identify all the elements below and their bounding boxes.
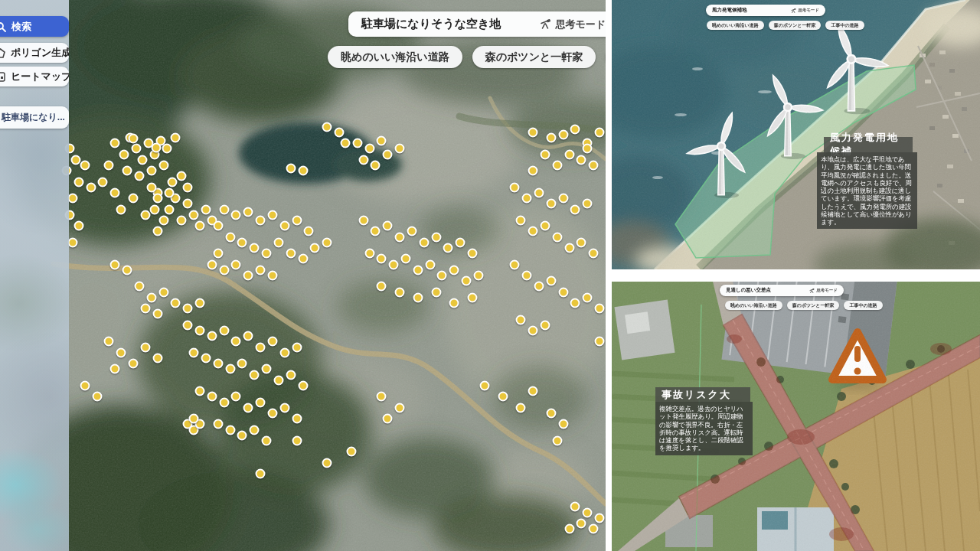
vacant-lot-marker[interactable] [207, 259, 217, 269]
vacant-lot-marker[interactable] [528, 227, 538, 236]
vacant-lot-marker[interactable] [70, 155, 80, 165]
vacant-lot-marker[interactable] [267, 337, 277, 347]
vacant-lot-marker[interactable] [304, 227, 314, 236]
vacant-lot-marker[interactable] [201, 354, 211, 364]
vacant-lot-marker[interactable] [74, 177, 83, 187]
vacant-lot-marker[interactable] [98, 177, 108, 187]
map-search-bar[interactable]: 駐車場になりそうな空き地 思考モード [348, 11, 606, 37]
vacant-lot-marker[interactable] [237, 359, 247, 369]
vacant-lot-marker[interactable] [298, 166, 308, 176]
search-input[interactable]: 駐車場になりそうな空き地 [361, 17, 540, 31]
chip-lone-house[interactable]: 森のポツンと一軒家 [769, 21, 822, 30]
vacant-lot-marker[interactable] [522, 194, 532, 204]
vacant-lot-marker[interactable] [546, 133, 556, 143]
vacant-lot-marker[interactable] [219, 265, 229, 275]
vacant-lot-marker[interactable] [595, 513, 605, 523]
vacant-lot-marker[interactable] [64, 210, 74, 220]
vacant-lot-marker[interactable] [225, 364, 235, 374]
vacant-lot-marker[interactable] [177, 171, 187, 181]
vacant-lot-marker[interactable] [262, 364, 272, 374]
vacant-lot-marker[interactable] [201, 204, 211, 214]
vacant-lot-marker[interactable] [528, 127, 538, 137]
vacant-lot-marker[interactable] [558, 287, 568, 297]
vacant-lot-marker[interactable] [371, 161, 381, 171]
vacant-lot-marker[interactable] [558, 130, 568, 140]
vacant-lot-marker[interactable] [116, 347, 126, 357]
vacant-lot-marker[interactable] [413, 292, 423, 302]
vacant-lot-marker[interactable] [570, 204, 580, 214]
vacant-lot-marker[interactable] [540, 320, 550, 330]
vacant-lot-marker[interactable] [462, 276, 472, 286]
vacant-lot-marker[interactable] [383, 414, 393, 424]
vacant-lot-marker[interactable] [183, 320, 193, 330]
vacant-lot-marker[interactable] [467, 249, 477, 259]
vacant-lot-marker[interactable] [583, 292, 593, 302]
vacant-lot-marker[interactable] [352, 139, 362, 148]
vacant-lot-marker[interactable] [534, 188, 544, 198]
vacant-lot-marker[interactable] [189, 414, 199, 424]
vacant-lot-marker[interactable] [395, 403, 405, 412]
vacant-lot-marker[interactable] [286, 249, 296, 259]
vacant-lot-marker[interactable] [595, 304, 605, 314]
vacant-lot-marker[interactable] [262, 249, 272, 259]
thinking-mode-toggle[interactable]: 思考モード [540, 18, 606, 31]
vacant-lot-marker[interactable] [213, 221, 223, 231]
sidebar-item-polygon[interactable]: ポリゴン生成 [0, 43, 69, 63]
vacant-lot-marker[interactable] [122, 166, 132, 176]
chip-construction-road[interactable]: 工事中の道路 [825, 21, 864, 30]
vacant-lot-marker[interactable] [219, 204, 229, 214]
vacant-lot-marker[interactable] [577, 519, 586, 529]
vacant-lot-marker[interactable] [564, 524, 574, 534]
vacant-lot-marker[interactable] [395, 287, 405, 297]
vacant-lot-marker[interactable] [80, 381, 90, 391]
vacant-lot-marker[interactable] [140, 342, 150, 352]
vacant-lot-marker[interactable] [413, 265, 423, 275]
vacant-lot-marker[interactable] [286, 163, 296, 173]
vacant-lot-marker[interactable] [177, 216, 187, 226]
vacant-lot-marker[interactable] [279, 347, 289, 357]
vacant-lot-marker[interactable] [119, 149, 129, 159]
wind-site-panel[interactable]: 風力発電候補地 思考モード 眺めのいい海沿い道路 森のポツンと一軒家 工事中の道… [612, 0, 980, 269]
vacant-lot-marker[interactable] [358, 155, 368, 165]
vacant-lot-marker[interactable] [231, 337, 241, 347]
vacant-lot-marker[interactable] [400, 254, 410, 264]
vacant-lot-marker[interactable] [104, 337, 114, 347]
vacant-lot-marker[interactable] [231, 259, 241, 269]
vacant-lot-marker[interactable] [371, 227, 381, 236]
vacant-lot-marker[interactable] [273, 237, 283, 247]
vacant-lot-marker[interactable] [564, 243, 574, 253]
vacant-lot-marker[interactable] [510, 182, 520, 192]
vacant-lot-marker[interactable] [267, 210, 277, 220]
vacant-lot-marker[interactable] [104, 161, 114, 171]
chip-coastal-road[interactable]: 眺めのいい海沿い道路 [707, 21, 764, 30]
vacant-lot-marker[interactable] [267, 271, 277, 281]
vacant-lot-marker[interactable] [389, 259, 399, 269]
vacant-lot-marker[interactable] [528, 166, 538, 176]
vacant-lot-marker[interactable] [262, 436, 272, 446]
chip-coastal-road[interactable]: 眺めのいい海沿い道路 [328, 46, 462, 68]
vacant-lot-marker[interactable] [383, 149, 393, 159]
vacant-lot-marker[interactable] [146, 166, 156, 176]
vacant-lot-marker[interactable] [540, 221, 550, 231]
vacant-lot-marker[interactable] [152, 194, 162, 204]
vacant-lot-marker[interactable] [213, 359, 223, 369]
vacant-lot-marker[interactable] [267, 409, 277, 419]
vacant-lot-marker[interactable] [358, 216, 368, 226]
vacant-lot-marker[interactable] [449, 298, 459, 308]
vacant-lot-marker[interactable] [213, 249, 223, 259]
vacant-lot-marker[interactable] [377, 282, 387, 292]
vacant-lot-marker[interactable] [340, 139, 350, 148]
map-search-bar[interactable]: 見通しの悪い交差点 思考モード [720, 285, 844, 296]
vacant-lot-marker[interactable] [231, 392, 241, 402]
vacant-lot-marker[interactable] [129, 359, 139, 369]
vacant-lot-marker[interactable] [256, 397, 266, 407]
vacant-lot-marker[interactable] [322, 122, 332, 132]
vacant-lot-marker[interactable] [364, 144, 374, 154]
vacant-lot-marker[interactable] [279, 221, 289, 231]
vacant-lot-marker[interactable] [552, 161, 562, 171]
vacant-lot-marker[interactable] [207, 331, 217, 341]
vacant-lot-marker[interactable] [195, 298, 205, 308]
vacant-lot-marker[interactable] [395, 144, 405, 154]
vacant-lot-marker[interactable] [256, 216, 266, 226]
vacant-lot-marker[interactable] [583, 199, 593, 209]
